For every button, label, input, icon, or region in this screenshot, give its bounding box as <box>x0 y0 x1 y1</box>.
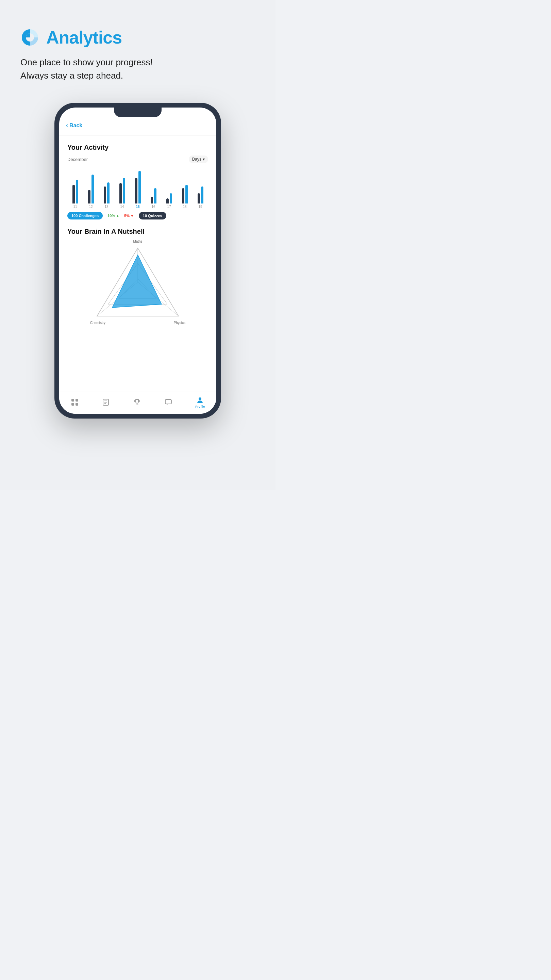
chat-icon <box>164 398 172 406</box>
bar-label: 16 <box>151 205 155 208</box>
radar-label-chemistry: Chemistry <box>90 321 105 325</box>
bar-blue <box>76 180 78 204</box>
bar-group-16: 16 <box>147 169 160 208</box>
phone-notch <box>114 108 162 117</box>
svg-rect-9 <box>71 399 74 401</box>
challenges-badge: 100 Challenges <box>67 212 103 220</box>
back-label: Back <box>69 123 82 129</box>
bar-label: 18 <box>183 205 186 208</box>
radar-chart <box>90 245 185 320</box>
bar-blue <box>154 188 156 204</box>
bar-dark <box>166 198 169 204</box>
bar-blue <box>170 193 172 204</box>
bar-dark <box>104 186 106 204</box>
stat-green: 10% ▲ <box>108 214 119 218</box>
bar-dark <box>88 190 91 204</box>
svg-marker-8 <box>112 255 162 308</box>
bar-group-19: 19 <box>194 169 207 208</box>
bar-blue <box>107 182 110 204</box>
phone-container: ‹ Back Your Activity December Days ▾ <box>21 103 255 418</box>
nav-item-trophy[interactable] <box>133 398 141 406</box>
profile-icon <box>196 396 204 404</box>
bar-blue <box>138 171 141 204</box>
bar-label: 13 <box>105 205 108 208</box>
header-section: Analytics <box>21 27 122 48</box>
bar-group-14: 14 <box>116 169 129 208</box>
period-selector-label: Days <box>192 157 202 162</box>
trophy-icon <box>133 398 141 406</box>
dropdown-chevron-icon: ▾ <box>203 157 205 162</box>
page-title: Analytics <box>46 27 122 48</box>
svg-rect-12 <box>76 403 78 406</box>
analytics-pie-icon <box>21 28 40 47</box>
bar-blue <box>185 185 188 204</box>
stats-row: 100 Challenges 10% ▲ 5% ▼ 10 Quizzes <box>67 212 208 220</box>
bar-group-17: 17 <box>163 169 176 208</box>
bar-dark <box>119 183 122 204</box>
nav-item-profile[interactable]: Profile <box>195 396 205 408</box>
book-icon <box>102 398 110 406</box>
profile-nav-label: Profile <box>195 405 205 408</box>
radar-container: Maths <box>67 240 208 325</box>
svg-rect-11 <box>71 403 74 406</box>
bar-dark <box>151 197 153 204</box>
bar-group-15: 15 <box>131 169 144 208</box>
bar-label: 11 <box>73 205 77 208</box>
phone-screen: ‹ Back Your Activity December Days ▾ <box>59 108 216 414</box>
bar-group-13: 13 <box>100 169 113 208</box>
quizzes-badge: 10 Quizzes <box>139 212 166 220</box>
month-label: December <box>67 157 88 162</box>
bar-group-11: 11 <box>69 169 82 208</box>
bar-label: 19 <box>198 205 202 208</box>
bar-group-12: 12 <box>84 169 97 208</box>
activity-title: Your Activity <box>67 143 208 151</box>
brain-title: Your Brain In A Nutshell <box>67 228 208 235</box>
days-dropdown[interactable]: Days ▾ <box>189 156 208 163</box>
bar-group-18: 18 <box>178 169 191 208</box>
stat-red: 5% ▼ <box>124 214 134 218</box>
bar-dark <box>182 188 184 204</box>
bar-dark <box>198 193 200 204</box>
nav-item-home[interactable] <box>71 398 79 406</box>
radar-label-maths: Maths <box>133 240 142 243</box>
bar-dark <box>135 178 137 204</box>
bar-label: 12 <box>89 205 92 208</box>
bar-chart: 11 12 <box>67 168 208 208</box>
bar-blue <box>201 186 203 204</box>
home-grid-icon <box>71 398 79 406</box>
bar-blue <box>123 178 125 204</box>
svg-point-20 <box>198 398 202 400</box>
brain-section: Your Brain In A Nutshell Maths <box>67 228 208 325</box>
phone-mockup: ‹ Back Your Activity December Days ▾ <box>54 103 221 418</box>
bar-blue <box>92 175 94 204</box>
bar-dark <box>73 185 75 204</box>
nav-item-chat[interactable] <box>164 398 172 406</box>
bar-label-active: 15 <box>136 205 140 208</box>
back-button[interactable]: ‹ Back <box>59 118 216 132</box>
svg-rect-10 <box>76 399 78 401</box>
divider <box>59 135 216 135</box>
back-chevron-icon: ‹ <box>66 122 68 129</box>
subtitle-text: One place to show your progress! Always … <box>21 56 153 82</box>
nav-item-book[interactable] <box>102 398 110 406</box>
activity-header: December Days ▾ <box>67 156 208 163</box>
page-wrapper: Analytics One place to show your progres… <box>0 0 275 490</box>
bottom-nav: Profile <box>59 392 216 414</box>
bar-label: 17 <box>167 205 171 208</box>
radar-labels-bottom: Chemistry Physics <box>90 321 185 325</box>
bar-label: 14 <box>120 205 124 208</box>
screen-content: Your Activity December Days ▾ <box>59 138 216 392</box>
radar-label-physics: Physics <box>174 321 185 325</box>
svg-rect-19 <box>165 399 171 404</box>
